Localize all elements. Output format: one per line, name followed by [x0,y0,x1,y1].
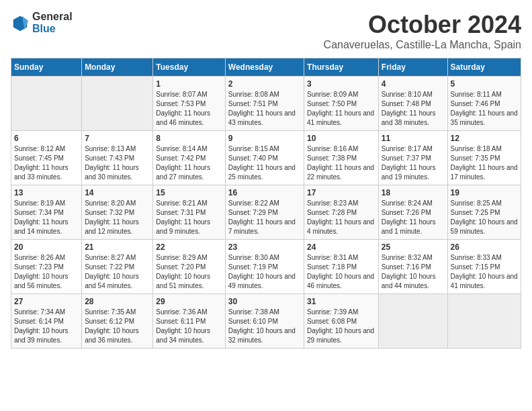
calendar-week-row: 20Sunrise: 8:26 AMSunset: 7:23 PMDayligh… [11,240,521,294]
day-number: 21 [85,242,150,252]
day-number: 4 [382,79,445,89]
calendar-week-row: 1Sunrise: 8:07 AMSunset: 7:53 PMDaylight… [11,77,521,131]
day-number: 9 [228,134,301,143]
day-detail: Sunrise: 7:36 AMSunset: 6:11 PMDaylight:… [156,308,222,345]
day-detail: Sunrise: 8:17 AMSunset: 7:37 PMDaylight:… [382,144,445,182]
day-number: 24 [307,242,375,252]
calendar-cell: 15Sunrise: 8:21 AMSunset: 7:31 PMDayligh… [153,185,225,240]
day-detail: Sunrise: 8:18 AMSunset: 7:35 PMDaylight:… [451,144,518,182]
calendar-week-row: 13Sunrise: 8:19 AMSunset: 7:34 PMDayligh… [11,185,521,240]
calendar-cell: 30Sunrise: 7:38 AMSunset: 6:10 PMDayligh… [225,294,304,349]
logo-icon [11,13,30,32]
day-detail: Sunrise: 8:22 AMSunset: 7:29 PMDaylight:… [228,199,301,236]
location-title: Canaveruelas, Castille-La Mancha, Spain [324,39,521,51]
calendar-cell: 31Sunrise: 7:39 AMSunset: 6:08 PMDayligh… [304,294,379,349]
day-detail: Sunrise: 8:32 AMSunset: 7:16 PMDaylight:… [382,253,445,291]
day-number: 8 [156,134,222,143]
calendar-cell: 23Sunrise: 8:30 AMSunset: 7:19 PMDayligh… [225,240,304,294]
calendar-body: 1Sunrise: 8:07 AMSunset: 7:53 PMDaylight… [11,77,521,349]
day-detail: Sunrise: 8:15 AMSunset: 7:40 PMDaylight:… [228,144,301,182]
calendar-cell: 17Sunrise: 8:23 AMSunset: 7:28 PMDayligh… [304,185,379,240]
calendar-week-row: 27Sunrise: 7:34 AMSunset: 6:14 PMDayligh… [11,294,521,349]
day-number: 26 [451,242,518,252]
day-detail: Sunrise: 8:23 AMSunset: 7:28 PMDaylight:… [307,199,375,236]
calendar-cell: 2Sunrise: 8:08 AMSunset: 7:51 PMDaylight… [225,77,304,131]
column-header-monday: Monday [82,58,153,77]
day-number: 15 [156,188,222,197]
calendar-cell: 7Sunrise: 8:13 AMSunset: 7:43 PMDaylight… [82,131,153,185]
day-detail: Sunrise: 7:38 AMSunset: 6:10 PMDaylight:… [228,308,301,345]
day-detail: Sunrise: 8:31 AMSunset: 7:18 PMDaylight:… [307,253,375,291]
month-title: October 2024 [324,11,521,39]
day-number: 28 [85,297,150,306]
calendar-cell [82,77,153,131]
column-header-saturday: Saturday [447,58,521,77]
day-detail: Sunrise: 8:24 AMSunset: 7:26 PMDaylight:… [382,199,445,236]
day-number: 22 [156,242,222,252]
day-number: 12 [451,134,518,143]
calendar-cell: 27Sunrise: 7:34 AMSunset: 6:14 PMDayligh… [11,294,82,349]
calendar-cell: 14Sunrise: 8:20 AMSunset: 7:32 PMDayligh… [82,185,153,240]
calendar-cell: 21Sunrise: 8:27 AMSunset: 7:22 PMDayligh… [82,240,153,294]
calendar-cell: 8Sunrise: 8:14 AMSunset: 7:42 PMDaylight… [153,131,225,185]
calendar-cell: 28Sunrise: 7:35 AMSunset: 6:12 PMDayligh… [82,294,153,349]
column-header-tuesday: Tuesday [153,58,225,77]
day-detail: Sunrise: 8:10 AMSunset: 7:48 PMDaylight:… [382,90,445,128]
day-detail: Sunrise: 8:29 AMSunset: 7:20 PMDaylight:… [156,253,222,291]
calendar-cell: 22Sunrise: 8:29 AMSunset: 7:20 PMDayligh… [153,240,225,294]
calendar-cell [11,77,82,131]
day-number: 16 [228,188,301,197]
day-number: 5 [451,79,518,89]
column-header-sunday: Sunday [11,58,82,77]
calendar-cell: 4Sunrise: 8:10 AMSunset: 7:48 PMDaylight… [378,77,447,131]
calendar-header-row: SundayMondayTuesdayWednesdayThursdayFrid… [11,58,521,77]
day-detail: Sunrise: 8:21 AMSunset: 7:31 PMDaylight:… [156,199,222,236]
day-number: 13 [14,188,79,197]
calendar-cell: 13Sunrise: 8:19 AMSunset: 7:34 PMDayligh… [11,185,82,240]
day-detail: Sunrise: 8:20 AMSunset: 7:32 PMDaylight:… [85,199,150,236]
logo-general-text: General [32,11,73,23]
calendar-week-row: 6Sunrise: 8:12 AMSunset: 7:45 PMDaylight… [11,131,521,185]
day-number: 6 [14,134,79,143]
day-number: 11 [382,134,445,143]
day-number: 19 [451,188,518,197]
day-detail: Sunrise: 7:39 AMSunset: 6:08 PMDaylight:… [307,308,375,345]
title-area: October 2024 Canaveruelas, Castille-La M… [324,11,521,51]
logo-blue-text: Blue [32,23,73,35]
day-number: 3 [307,79,375,89]
day-number: 18 [382,188,445,197]
calendar-cell: 25Sunrise: 8:32 AMSunset: 7:16 PMDayligh… [378,240,447,294]
calendar-cell: 5Sunrise: 8:11 AMSunset: 7:46 PMDaylight… [447,77,521,131]
column-header-friday: Friday [378,58,447,77]
day-detail: Sunrise: 8:27 AMSunset: 7:22 PMDaylight:… [85,253,150,291]
calendar-cell: 16Sunrise: 8:22 AMSunset: 7:29 PMDayligh… [225,185,304,240]
calendar-table: SundayMondayTuesdayWednesdayThursdayFrid… [11,58,521,349]
header: General Blue October 2024 Canaveruelas, … [11,11,521,51]
column-header-wednesday: Wednesday [225,58,304,77]
day-detail: Sunrise: 8:33 AMSunset: 7:15 PMDaylight:… [451,253,518,291]
day-number: 31 [307,297,375,306]
day-number: 14 [85,188,150,197]
day-detail: Sunrise: 8:09 AMSunset: 7:50 PMDaylight:… [307,90,375,128]
logo: General Blue [11,11,73,34]
calendar-cell: 24Sunrise: 8:31 AMSunset: 7:18 PMDayligh… [304,240,379,294]
day-detail: Sunrise: 8:13 AMSunset: 7:43 PMDaylight:… [85,144,150,182]
day-detail: Sunrise: 8:16 AMSunset: 7:38 PMDaylight:… [307,144,375,182]
column-header-thursday: Thursday [304,58,379,77]
calendar-cell: 29Sunrise: 7:36 AMSunset: 6:11 PMDayligh… [153,294,225,349]
day-number: 10 [307,134,375,143]
day-detail: Sunrise: 8:25 AMSunset: 7:25 PMDaylight:… [451,199,518,236]
day-detail: Sunrise: 8:08 AMSunset: 7:51 PMDaylight:… [228,90,301,128]
day-number: 7 [85,134,150,143]
day-number: 29 [156,297,222,306]
calendar-cell: 26Sunrise: 8:33 AMSunset: 7:15 PMDayligh… [447,240,521,294]
day-number: 30 [228,297,301,306]
calendar-cell: 18Sunrise: 8:24 AMSunset: 7:26 PMDayligh… [378,185,447,240]
calendar-cell: 10Sunrise: 8:16 AMSunset: 7:38 PMDayligh… [304,131,379,185]
calendar-cell: 9Sunrise: 8:15 AMSunset: 7:40 PMDaylight… [225,131,304,185]
day-detail: Sunrise: 7:34 AMSunset: 6:14 PMDaylight:… [14,308,79,345]
day-detail: Sunrise: 8:30 AMSunset: 7:19 PMDaylight:… [228,253,301,291]
day-detail: Sunrise: 8:14 AMSunset: 7:42 PMDaylight:… [156,144,222,182]
day-number: 27 [14,297,79,306]
calendar-cell: 3Sunrise: 8:09 AMSunset: 7:50 PMDaylight… [304,77,379,131]
